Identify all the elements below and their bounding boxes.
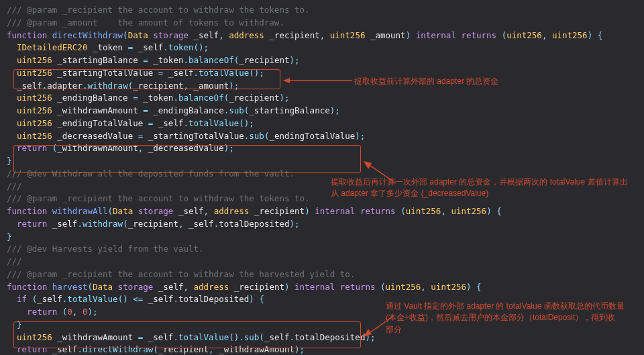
code-line: uint256 _decreasedValue = _startingTotal… (7, 130, 637, 143)
comment: /// @dev Harvests yield from the vault. (7, 243, 637, 256)
annotation-line: 通过 Vault 指定的外部 adapter 的 totalValue 函数获取… (386, 301, 625, 312)
comment: /// @param _amount the amount of tokens … (7, 17, 637, 30)
code-line: uint256 _startingTotalValue = _self.tota… (7, 67, 637, 80)
code-line: return _self.directWithdraw(_recipient, … (7, 344, 637, 355)
comment: /// @param _recipient the account to wit… (7, 4, 637, 17)
comment: /// (7, 256, 637, 268)
code-line: function withdrawAll(Data storage _self,… (7, 205, 637, 218)
code-line: IDetailedERC20 _token = _self.token(); (7, 42, 637, 54)
code-line: uint256 _endingTotalValue = _self.totalV… (7, 117, 637, 130)
code-line: uint256 _endingBalance = _token.balanceO… (7, 92, 637, 105)
code-line: uint256 _startingBalance = _token.balanc… (7, 54, 637, 67)
code-line: function harvest(Data storage _self, add… (7, 281, 637, 294)
code-line: } (7, 155, 637, 168)
comment: /// @param _recipient the account to wit… (7, 268, 637, 281)
annotation-line: (本金+收益)，然后减去用户的本金部分（totalDeposit），得到收 (386, 312, 625, 323)
annotation-3: 通过 Vault 指定的外部 adapter 的 totalValue 函数获取… (386, 301, 625, 336)
annotation-line: 从 adapter 拿了多少资金 (_decreasedValue) (331, 188, 628, 199)
annotation-line: 提取收益后再计算一次外部 adapter 的总资金，并根据两次的 totalVa… (331, 176, 628, 188)
code-line: return (_withdrawnAmount, _decreasedValu… (7, 142, 637, 155)
code-line: function directWithdraw(Data storage _se… (7, 30, 637, 42)
code-line: } (7, 231, 637, 244)
code-line: uint256 _withdrawnAmount = _endingBalanc… (7, 105, 637, 117)
code-line: _self.adapter.withdraw(_recipient, _amou… (7, 80, 637, 93)
annotation-2: 提取收益后再计算一次外部 adapter 的总资金，并根据两次的 totalVa… (331, 176, 628, 200)
annotation-1: 提取收益前计算外部的 adapter 的总资金 (354, 76, 498, 87)
code-line: return _self.withdraw(_recipient, _self.… (7, 218, 637, 231)
annotation-line: 部分 (386, 324, 625, 336)
